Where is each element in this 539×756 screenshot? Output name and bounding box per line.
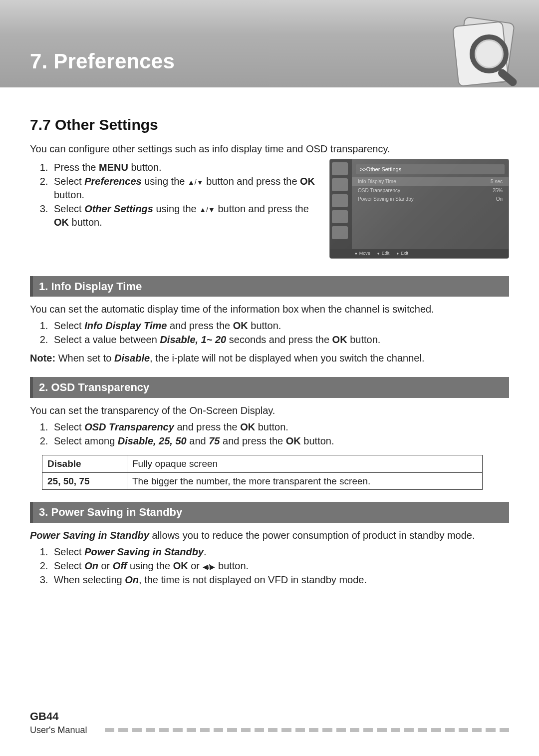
page-content: 7.7 Other Settings You can configure oth… — [0, 87, 539, 587]
tv-screenshot: >>Other Settings Info Display Time5 sec … — [329, 159, 509, 259]
step-item: Select Power Saving in Standby. — [51, 545, 509, 559]
page-code: GB44 — [30, 709, 509, 724]
step-item: Select Other Settings using the ▲/▼ butt… — [51, 202, 318, 229]
sub2-intro: You can set the transparency of the On-S… — [30, 404, 509, 417]
chapter-header: 7. Preferences — [0, 0, 539, 87]
main-steps: Press the MENU button. Select Preference… — [30, 161, 318, 229]
sub3-intro: Power Saving in Standby allows you to re… — [30, 529, 509, 542]
sub1-steps: Select Info Display Time and press the O… — [30, 319, 509, 347]
sub-header-power-saving: 3. Power Saving in Standby — [30, 502, 509, 523]
section-intro: You can configure other settings such as… — [30, 142, 509, 156]
screenshot-title: >>Other Settings — [356, 164, 505, 175]
sub1-intro: You can set the automatic display time o… — [30, 303, 509, 316]
screenshot-row: Info Display Time5 sec — [352, 177, 509, 186]
sub3-steps: Select Power Saving in Standby. Select O… — [30, 545, 509, 587]
svg-point-3 — [476, 41, 502, 67]
screenshot-footer-item: Edit — [377, 250, 389, 257]
screenshot-footer-item: Exit — [396, 250, 408, 257]
screenshot-row: Power Saving in StandbyOn — [352, 195, 509, 204]
page-magnifier-icon — [447, 15, 527, 95]
sub1-note: Note: When set to Disable, the i-plate w… — [30, 352, 509, 365]
table-row: DisableFully opaque screen — [42, 455, 483, 472]
step-item: Select Info Display Time and press the O… — [51, 319, 509, 333]
footer-dashes-icon — [105, 728, 509, 734]
sub-header-osd: 2. OSD Transparency — [30, 377, 509, 398]
chapter-title: 7. Preferences — [30, 47, 175, 76]
step-item: Select among Disable, 25, 50 and 75 and … — [51, 434, 509, 448]
page-footer: GB44 User's Manual — [30, 709, 509, 736]
table-row: 25, 50, 75The bigger the number, the mor… — [42, 472, 483, 490]
sub-header-info-display: 1. Info Display Time — [30, 276, 509, 297]
sub2-steps: Select OSD Transparency and press the OK… — [30, 420, 509, 448]
step-item: Select On or Off using the OK or ◀/▶ but… — [51, 559, 509, 573]
step-item: Select OSD Transparency and press the OK… — [51, 420, 509, 434]
osd-options-table: DisableFully opaque screen 25, 50, 75The… — [42, 455, 483, 490]
step-item: Select a value between Disable, 1~ 20 se… — [51, 333, 509, 347]
step-item: Select Preferences using the ▲/▼ button … — [51, 175, 318, 202]
section-title: 7.7 Other Settings — [30, 115, 509, 135]
screenshot-row: OSD Transparency25% — [352, 186, 509, 195]
step-item: Press the MENU button. — [51, 161, 318, 174]
step-item: When selecting On, the time is not displ… — [51, 573, 509, 587]
screenshot-footer-item: Move — [355, 250, 370, 257]
